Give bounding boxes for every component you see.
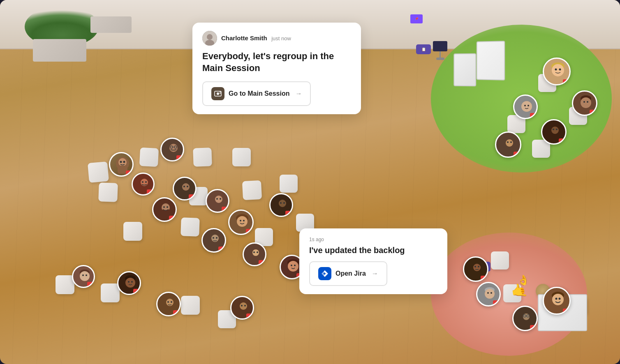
whiteboard-green — [477, 41, 505, 81]
avatar-green-3: ▶ — [513, 94, 538, 119]
video-badge: ▶ — [563, 309, 570, 314]
svg-point-87 — [485, 289, 495, 299]
svg-point-53 — [131, 281, 133, 283]
video-badge: ▶ — [176, 155, 184, 161]
chair — [139, 147, 159, 167]
video-badge: ▶ — [563, 79, 570, 85]
svg-point-76 — [553, 129, 554, 130]
svg-point-84 — [474, 266, 476, 267]
svg-point-31 — [279, 200, 286, 207]
video-badge: ▶ — [246, 229, 253, 235]
svg-point-33 — [283, 202, 285, 204]
wall-sticker: 📌 — [410, 14, 423, 23]
card-message-jira: I've updated the backlog — [309, 245, 437, 256]
scene-container: 📋 📋 📌 — [0, 0, 620, 364]
card-avatar — [202, 31, 217, 46]
device-icon-top: 📋 — [416, 44, 431, 54]
card-author: Charlotte Smith — [221, 35, 267, 41]
plant-decoration — [25, 12, 99, 62]
svg-point-57 — [171, 301, 172, 303]
svg-point-49 — [86, 274, 87, 276]
emoji-reaction: 🤙 — [510, 281, 529, 299]
card-header: Charlotte Smith just now — [202, 31, 351, 46]
svg-point-41 — [257, 251, 258, 253]
video-badge: ▶ — [530, 113, 537, 119]
svg-point-96 — [552, 294, 564, 305]
svg-point-16 — [183, 186, 185, 187]
svg-point-69 — [587, 101, 588, 103]
avatar-green-4: ▶ — [541, 119, 567, 145]
svg-point-40 — [253, 251, 255, 253]
svg-point-88 — [487, 292, 489, 294]
card-time: just now — [271, 35, 291, 41]
avatar-pink-3: ▶ — [512, 306, 538, 331]
svg-point-73 — [527, 105, 529, 106]
video-badge: ▶ — [285, 211, 293, 217]
video-badge: ▶ — [147, 189, 154, 195]
svg-point-80 — [507, 141, 509, 143]
svg-point-36 — [213, 237, 214, 239]
svg-point-100 — [207, 34, 213, 40]
video-badge: ▶ — [530, 325, 537, 331]
svg-point-64 — [555, 69, 557, 71]
svg-point-97 — [555, 298, 558, 300]
chair — [101, 283, 120, 302]
avatar-3: ▶ — [132, 173, 155, 196]
svg-point-21 — [167, 206, 168, 208]
svg-point-20 — [163, 206, 165, 208]
svg-point-48 — [82, 274, 84, 276]
go-to-main-session-label: Go to Main Session — [229, 90, 289, 97]
jira-icon — [318, 267, 331, 280]
go-to-session-arrow: → — [295, 90, 302, 97]
chair — [123, 222, 142, 241]
svg-point-3 — [120, 161, 122, 163]
video-badge: ▶ — [169, 216, 176, 221]
svg-point-52 — [128, 281, 130, 283]
video-badge: ▶ — [590, 110, 597, 115]
svg-point-44 — [291, 265, 292, 266]
svg-point-59 — [240, 302, 247, 310]
svg-point-27 — [237, 216, 248, 227]
video-badge: ▶ — [222, 207, 229, 212]
video-badge: ▶ — [87, 282, 95, 288]
chair — [232, 148, 251, 166]
svg-point-85 — [478, 266, 479, 267]
svg-point-77 — [556, 129, 558, 130]
avatar-5: ▶ — [152, 197, 177, 222]
avatar-8: ▶ — [269, 193, 293, 217]
svg-point-71 — [521, 101, 532, 112]
video-badge: ▶ — [481, 276, 488, 281]
svg-point-65 — [559, 69, 561, 71]
avatar-13: ▶ — [117, 271, 141, 295]
chat-card-jira: 1s ago I've updated the backlog Open Jir… — [299, 228, 447, 294]
open-jira-button[interactable]: Open Jira → — [309, 261, 387, 286]
svg-point-83 — [473, 264, 481, 271]
video-badge: ▶ — [559, 138, 566, 144]
svg-point-81 — [510, 141, 512, 143]
video-badge: ▶ — [126, 170, 133, 176]
svg-point-51 — [125, 278, 135, 288]
video-badge: ▶ — [246, 313, 254, 319]
svg-point-103 — [217, 92, 219, 95]
svg-point-67 — [581, 97, 591, 108]
chair — [98, 182, 118, 202]
svg-point-32 — [280, 202, 282, 204]
avatar-14: ▶ — [156, 292, 181, 316]
avatar-pink-1: ▶ — [463, 256, 488, 282]
video-badge: ▶ — [514, 152, 521, 157]
svg-point-47 — [80, 271, 90, 281]
avatar-pink-2: ▶ — [476, 282, 501, 306]
monitor-stand — [433, 41, 447, 62]
avatar-1: ▶ — [109, 152, 134, 177]
svg-point-75 — [551, 127, 559, 134]
avatar-15: ▶ — [230, 296, 254, 320]
video-badge: ▶ — [133, 289, 141, 295]
chair-pink — [491, 251, 509, 270]
svg-point-24 — [216, 198, 218, 200]
plant-box-2 — [90, 16, 132, 33]
card-time-small: 1s ago — [309, 237, 437, 242]
card-message: Everybody, let's regroup in the Main Ses… — [202, 51, 351, 74]
avatar-pink-4: ▶ — [543, 287, 571, 315]
go-to-main-session-button[interactable]: Go to Main Session → — [202, 81, 311, 106]
avatar-green-5: ▶ — [495, 131, 521, 158]
